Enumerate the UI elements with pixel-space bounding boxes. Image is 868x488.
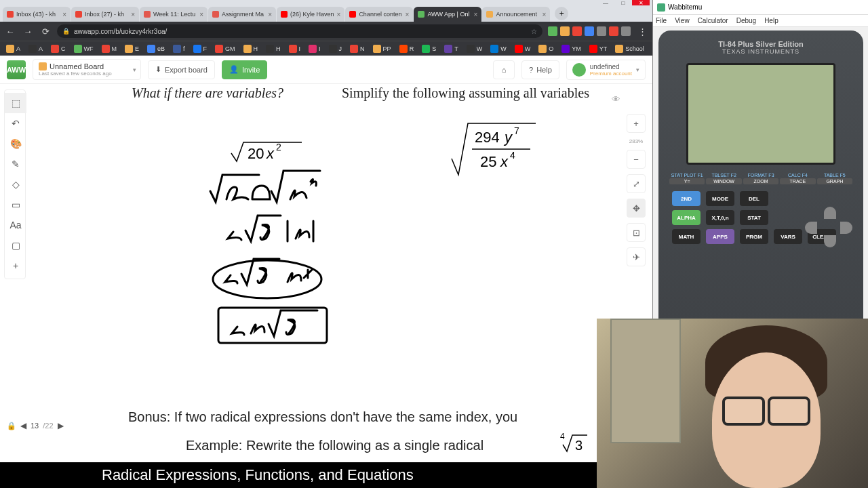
menu-file[interactable]: File (656, 17, 667, 24)
tab-close-icon[interactable]: × (337, 11, 341, 18)
browser-tab[interactable]: Channel conten× (345, 7, 413, 22)
calc-key[interactable]: STAT (740, 210, 768, 225)
minimize-button[interactable]: — (597, 0, 614, 5)
menu-calculator[interactable]: Calculator (698, 17, 728, 24)
bookmark[interactable]: C (49, 45, 68, 53)
home-button[interactable]: ⌂ (493, 60, 515, 79)
bookmark[interactable]: W (488, 45, 509, 53)
close-button[interactable]: ✕ (632, 0, 650, 5)
user-menu[interactable]: undefined Premium account ▾ (566, 60, 646, 80)
url-field[interactable]: 🔒 awwapp.com/b/uokzvy4rkr3oa/ ☆ (57, 24, 542, 38)
select-tool[interactable]: ⬚ (5, 93, 26, 113)
fullscreen-button[interactable]: ⤢ (627, 174, 646, 193)
bookmark[interactable]: YM (559, 45, 583, 53)
export-button[interactable]: ⬇Export board (148, 60, 215, 79)
fkey[interactable]: TABLE F5GRAPH (817, 173, 852, 184)
bookmark[interactable]: GM (213, 45, 237, 53)
bookmark[interactable]: W (465, 45, 485, 53)
calc-screen[interactable] (686, 63, 835, 165)
bookmark[interactable]: M (100, 45, 119, 53)
new-tab-button[interactable]: + (555, 7, 568, 20)
bookmark[interactable]: A (26, 45, 45, 53)
browser-tab[interactable]: Announcement× (482, 7, 550, 22)
browser-tab[interactable]: Inbox (27) - kh× (71, 7, 139, 22)
bookmark[interactable]: YT (587, 45, 610, 53)
postit-tool[interactable]: ▢ (5, 235, 26, 256)
pen-tool[interactable]: ✎ (5, 154, 26, 174)
dpad[interactable] (805, 207, 852, 247)
fkey[interactable]: TBLSET F2WINDOW (706, 173, 741, 184)
bookmark[interactable]: PP (371, 45, 393, 53)
pointer-button[interactable]: ✈ (627, 247, 646, 266)
fkey[interactable]: CALC F4TRACE (780, 173, 815, 184)
star-icon[interactable]: ☆ (531, 28, 537, 35)
calc-key[interactable]: MODE (706, 191, 734, 206)
maximize-button[interactable]: □ (614, 0, 632, 5)
extension-icon[interactable] (548, 26, 557, 36)
calc-key[interactable]: APPS (706, 229, 734, 244)
shape-tool[interactable]: ▭ (5, 195, 26, 215)
menu-button[interactable]: ⋮ (636, 25, 648, 37)
reload-button[interactable]: ⟳ (39, 25, 52, 37)
calc-key[interactable]: VARS (774, 229, 802, 244)
browser-tab[interactable]: Inbox (43) - kh× (3, 7, 71, 22)
tab-close-icon[interactable]: × (199, 11, 203, 18)
calc-key[interactable]: DEL (740, 191, 768, 206)
bookmark[interactable]: E (123, 45, 141, 53)
bookmark[interactable]: F (191, 45, 210, 53)
bookmark[interactable]: J (327, 45, 344, 53)
calc-key[interactable]: MATH (672, 229, 701, 244)
fkey[interactable]: FORMAT F3ZOOM (743, 173, 778, 184)
bookmark[interactable]: I (287, 45, 303, 53)
bookmark[interactable]: H (264, 45, 283, 53)
prev-page-button[interactable]: ◀ (20, 421, 26, 430)
app-logo[interactable]: AWW (7, 60, 26, 79)
add-tool[interactable]: + (5, 256, 26, 276)
bookmark[interactable]: H (241, 45, 260, 53)
fit-button[interactable]: ⊡ (627, 223, 646, 242)
tab-close-icon[interactable]: × (131, 11, 135, 18)
extension-icon[interactable] (621, 26, 631, 36)
zoom-out-button[interactable]: − (627, 150, 646, 169)
bookmark[interactable]: A (4, 45, 22, 53)
invite-button[interactable]: 👤Invite (222, 60, 267, 79)
calc-key[interactable]: X,T,θ,n (706, 210, 734, 225)
color-tool[interactable]: 🎨 (5, 134, 26, 154)
tab-close-icon[interactable]: × (62, 11, 66, 18)
next-page-button[interactable]: ▶ (58, 421, 64, 430)
tab-close-icon[interactable]: × (542, 11, 547, 18)
whiteboard-canvas[interactable]: What if there are variables? Simplify th… (30, 84, 623, 461)
tab-close-icon[interactable]: × (406, 11, 410, 18)
bookmark[interactable]: N (348, 45, 367, 53)
calc-key[interactable]: 2ND (672, 191, 701, 206)
lock-icon[interactable]: 🔒 (7, 422, 16, 430)
bookmark[interactable]: W (513, 45, 533, 53)
back-button[interactable]: ← (4, 25, 16, 37)
extension-icon[interactable] (597, 26, 606, 36)
pan-button[interactable]: ✥ (627, 199, 646, 218)
wabbit-titlebar[interactable]: Wabbitemu (653, 0, 868, 15)
browser-tab[interactable]: (26) Kyle Haven× (277, 7, 344, 22)
board-name-dropdown[interactable]: Unnamed Board Last saved a few seconds a… (33, 59, 141, 80)
undo-tool[interactable]: ↶ (5, 113, 26, 134)
extension-icon[interactable] (609, 26, 618, 36)
forward-button[interactable]: → (22, 25, 34, 37)
bookmark[interactable]: I (307, 45, 323, 53)
extension-icon[interactable] (572, 26, 582, 36)
calc-key[interactable]: PRGM (740, 229, 768, 244)
menu-debug[interactable]: Debug (736, 17, 756, 24)
bookmark[interactable]: O (536, 45, 555, 53)
bookmark[interactable]: S (420, 45, 438, 53)
text-tool[interactable]: Aa (5, 215, 26, 235)
bookmark[interactable]: R (397, 45, 416, 53)
browser-tab[interactable]: AWW App | Onl× (414, 7, 481, 22)
tab-close-icon[interactable]: × (474, 11, 478, 18)
browser-tab[interactable]: Assignment Ma× (208, 7, 276, 22)
fkey[interactable]: STAT PLOT F1Y= (669, 173, 705, 184)
help-button[interactable]: ?Help (521, 60, 559, 79)
bookmark[interactable]: School (613, 45, 646, 53)
extension-icon[interactable] (560, 26, 570, 36)
bookmark[interactable]: WF (72, 45, 96, 53)
tab-close-icon[interactable]: × (268, 11, 272, 18)
zoom-in-button[interactable]: + (627, 114, 646, 133)
